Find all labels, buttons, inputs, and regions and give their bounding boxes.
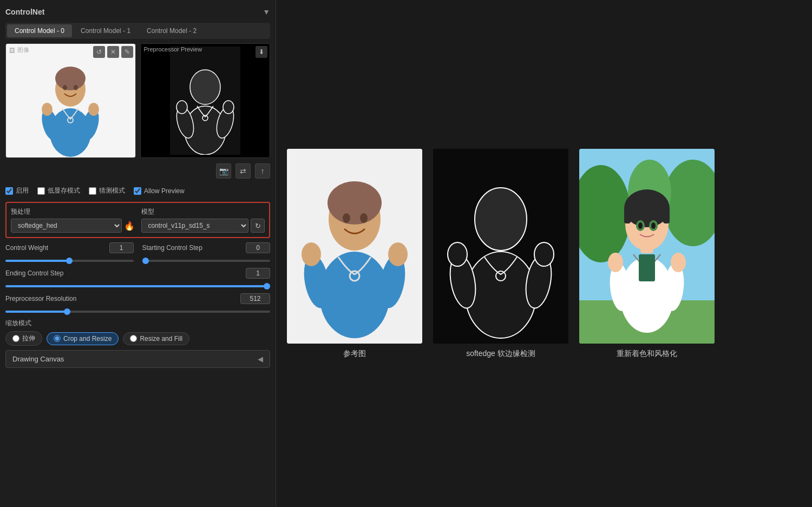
model-col-label: 模型 (141, 207, 265, 216)
result-styled-img (579, 149, 715, 344)
svg-point-30 (360, 213, 368, 223)
svg-point-33 (466, 252, 536, 338)
svg-point-28 (328, 181, 382, 225)
refresh-image-btn[interactable]: ↺ (93, 46, 105, 58)
svg-point-8 (63, 85, 67, 90)
fire-button[interactable]: 🔥 (124, 221, 135, 231)
radio-crop-resize-input[interactable] (54, 335, 61, 342)
low-mem-checkbox[interactable] (37, 187, 45, 195)
result-edge-item: softedge 软边缘检测 (433, 149, 568, 359)
preprocessor-res-input[interactable] (240, 293, 270, 304)
svg-point-53 (624, 189, 670, 227)
image-icon: 🖼 (9, 47, 15, 54)
radio-resize-fill-input[interactable] (130, 335, 137, 342)
result-styled-svg (579, 149, 715, 344)
model-col: 模型 control_v11p_sd15_s ↻ (141, 207, 265, 233)
enable-checkbox-item[interactable]: 启用 (5, 186, 29, 195)
result-styled-label: 重新着色和风格化 (617, 349, 677, 359)
input-image-label: 🖼 图像 (9, 46, 29, 54)
svg-rect-55 (663, 207, 670, 223)
result-ref-img (287, 149, 422, 344)
model-select[interactable]: control_v11p_sd15_s (141, 219, 249, 233)
guess-mode-checkbox-item[interactable]: 猜测模式 (89, 186, 125, 195)
svg-point-36 (448, 242, 467, 266)
enable-checkbox[interactable] (5, 187, 13, 195)
ending-step-group: Ending Control Step (5, 268, 270, 289)
starting-step-input[interactable] (246, 242, 270, 253)
download-preview-btn[interactable]: ⬇ (256, 46, 267, 58)
edit-image-btn[interactable]: ✎ (121, 46, 133, 58)
tab-control-model-2[interactable]: Control Model - 2 (139, 24, 204, 37)
left-panel: ControlNet ▼ Control Model - 0 Control M… (0, 0, 276, 507)
radio-crop-resize[interactable]: Crop and Resize (47, 332, 119, 345)
panel-collapse-arrow[interactable]: ▼ (263, 8, 270, 16)
radio-resize-fill-label: Resize and Fill (140, 335, 182, 343)
svg-point-21 (319, 252, 390, 338)
starting-step-label: Starting Control Step (142, 244, 202, 252)
svg-point-18 (190, 70, 220, 104)
result-ref-svg (287, 149, 422, 344)
control-weight-group: Control Weight (5, 242, 134, 264)
ending-step-slider[interactable] (5, 285, 270, 287)
drawing-canvas-row[interactable]: Drawing Canvas ◀ (5, 350, 270, 368)
radio-resize-fill[interactable]: Resize and Fill (123, 332, 189, 345)
svg-point-49 (608, 253, 623, 272)
starting-step-slider[interactable] (142, 260, 271, 262)
radio-stretch-input[interactable] (12, 335, 19, 342)
preprocessor-res-slider[interactable] (5, 311, 270, 313)
svg-point-3 (42, 103, 53, 116)
model-refresh-btn[interactable]: ↻ (251, 219, 265, 233)
svg-point-9 (74, 85, 78, 90)
model-row: 预处理 softedge_hed 🔥 模型 control_v11p_sd15_… (11, 207, 265, 233)
nurse-image (6, 44, 135, 157)
ending-step-label: Ending Control Step (5, 269, 63, 277)
result-edge-label: softedge 软边缘检测 (466, 349, 535, 359)
svg-point-7 (55, 67, 86, 90)
scale-mode-label: 缩放模式 (5, 319, 270, 328)
control-weight-slider[interactable] (5, 260, 134, 262)
tab-control-model-1[interactable]: Control Model - 1 (73, 24, 138, 37)
svg-point-4 (88, 103, 99, 116)
input-image-box[interactable]: 🖼 图像 ↺ ✕ ✎ (5, 43, 136, 158)
svg-point-15 (176, 101, 187, 114)
camera-btn[interactable]: 📷 (216, 163, 231, 179)
result-styled-item: 重新着色和风格化 (579, 149, 715, 359)
nurse-figure-svg (35, 49, 106, 157)
control-weight-input[interactable] (109, 242, 134, 253)
drawing-canvas-label: Drawing Canvas (12, 355, 64, 363)
swap-btn[interactable]: ⇄ (235, 163, 251, 179)
result-ref-item: 参考图 (287, 149, 422, 359)
svg-point-39 (475, 188, 527, 251)
guess-mode-checkbox[interactable] (89, 187, 96, 195)
low-mem-checkbox-item[interactable]: 低显存模式 (37, 186, 80, 195)
radio-stretch[interactable]: 拉伸 (5, 331, 42, 346)
svg-point-29 (343, 213, 350, 223)
action-buttons-row: 📷 ⇄ ↑ (5, 162, 270, 180)
enable-label: 启用 (16, 186, 29, 195)
images-row: 🖼 图像 ↺ ✕ ✎ (5, 43, 270, 158)
allow-preview-checkbox-item[interactable]: Allow Preview (134, 187, 185, 195)
preprocessor-res-label: Preprocessor Resolution (5, 295, 76, 302)
preprocessor-label: Preprocessor Preview (144, 46, 202, 52)
results-row: 参考图 softedge 软边缘检测 (287, 149, 715, 359)
tab-control-model-0[interactable]: Control Model - 0 (7, 24, 72, 37)
edge-figure-svg (170, 47, 240, 155)
preprocessor-select[interactable]: softedge_hed (11, 219, 122, 233)
ending-step-input[interactable] (246, 268, 270, 279)
preprocessor-controls: ⬇ (256, 46, 267, 58)
low-mem-label: 低显存模式 (48, 186, 80, 195)
panel-header: ControlNet ▼ (5, 5, 270, 18)
preprocessor-res-group: Preprocessor Resolution (5, 293, 270, 314)
upload-btn[interactable]: ↑ (255, 163, 270, 179)
guess-mode-label: 猜测模式 (99, 186, 125, 195)
result-edge-svg (433, 149, 568, 344)
allow-preview-checkbox[interactable] (134, 187, 141, 195)
svg-point-25 (388, 242, 408, 266)
preprocessor-preview-box[interactable]: Preprocessor Preview ⬇ (140, 43, 271, 158)
model-section: 预处理 softedge_hed 🔥 模型 control_v11p_sd15_… (5, 202, 270, 238)
input-image-controls: ↺ ✕ ✎ (93, 46, 133, 58)
close-image-btn[interactable]: ✕ (107, 46, 119, 58)
drawing-canvas-arrow: ◀ (258, 355, 263, 363)
starting-step-group: Starting Control Step (142, 242, 271, 264)
control-weight-label: Control Weight (5, 244, 48, 252)
